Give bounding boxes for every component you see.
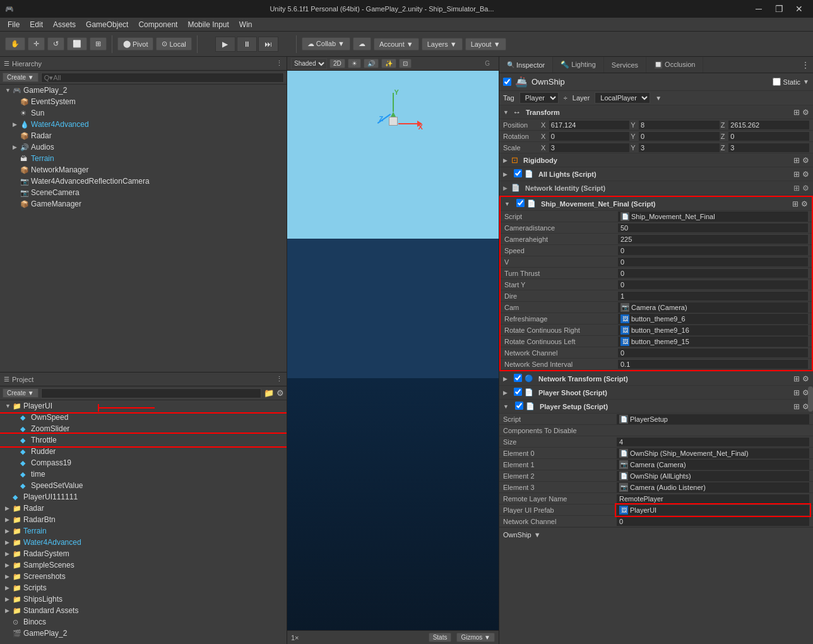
local-button[interactable]: ⊙ Local — [156, 37, 191, 51]
project-item-water4advanced[interactable]: ▶ 📁 Water4Advanced — [0, 537, 287, 548]
hierarchy-item-terrain[interactable]: 🏔 Terrain — [0, 153, 287, 164]
rotation-y-input[interactable] — [639, 132, 720, 141]
alllights-gear[interactable]: ⚙ — [802, 170, 809, 179]
gizmos-button[interactable]: Gizmos ▼ — [456, 633, 495, 642]
project-search-input[interactable] — [41, 388, 261, 398]
rotation-x-input[interactable] — [549, 132, 630, 141]
project-item-samplescenes[interactable]: ▶ 📁 SampleScenes — [0, 559, 287, 571]
project-options[interactable]: ⋮ — [276, 375, 283, 383]
hierarchy-item-water4advanced[interactable]: ▶ 💧 Water4Advanced — [0, 119, 287, 130]
tab-occlusion[interactable]: 🔲 Occlusion — [646, 57, 703, 73]
cloud-button[interactable]: ☁ — [353, 37, 371, 51]
project-item-playerui111111[interactable]: ◆ PlayerUI111111 — [0, 491, 287, 503]
project-item-shipslights[interactable]: ▶ 📁 ShipsLights — [0, 593, 287, 605]
scene-2d-button[interactable]: 2D — [329, 59, 345, 68]
rigidbody-header[interactable]: ▶ ⊡ Rigidbody ⊞ ⚙ — [499, 153, 813, 167]
tab-services[interactable]: Services — [604, 57, 646, 73]
project-item-speedsetvalue[interactable]: ◆ SpeedSetValue — [0, 480, 287, 491]
hierarchy-options[interactable]: ⋮ — [276, 59, 283, 68]
alllights-expand[interactable]: ⊞ — [793, 170, 800, 179]
project-item-playerui[interactable]: ▼ 📁 PlayerUI — [0, 400, 287, 412]
hierarchy-item-radar[interactable]: 📦 Radar — [0, 130, 287, 141]
hierarchy-item-audios[interactable]: ▶ 🔊 Audios — [0, 141, 287, 153]
nt-checkbox[interactable] — [514, 374, 522, 382]
static-dropdown[interactable]: ▼ — [803, 78, 809, 85]
project-item-gameplay2[interactable]: 🎬 GamePlay_2 — [0, 628, 287, 639]
layout-button[interactable]: Layout ▼ — [465, 38, 506, 51]
shipmovement-checkbox[interactable] — [516, 199, 525, 207]
rotate-tool-button[interactable]: ↺ — [47, 37, 64, 51]
rotation-z-input[interactable] — [728, 132, 809, 141]
scene-lighting-button[interactable]: ☀ — [348, 59, 361, 68]
layer-dropdown[interactable]: ▼ — [655, 95, 662, 102]
position-z-input[interactable] — [728, 121, 809, 129]
scale-x-input[interactable] — [549, 143, 630, 152]
layers-button[interactable]: Layers ▼ — [422, 38, 463, 51]
psu-expand[interactable]: ⊞ — [793, 402, 800, 411]
scene-effects-button[interactable]: ✨ — [381, 59, 396, 68]
hierarchy-search-input[interactable] — [41, 73, 284, 83]
transform-header[interactable]: ▼ ↔ Transform ⊞ ⚙ — [499, 105, 813, 119]
networktransform-header[interactable]: ▶ 🔵 Network Transform (Script) ⊞ ⚙ — [499, 372, 813, 386]
ps-checkbox[interactable] — [514, 388, 522, 396]
shipmovement-expand[interactable]: ⊞ — [792, 200, 798, 208]
project-item-binocs[interactable]: ⊙ Binocs — [0, 616, 287, 628]
scale-z-input[interactable] — [728, 143, 809, 152]
project-item-zoomslider[interactable]: ◆ ZoomSlider — [0, 423, 287, 434]
networkidentity-gear[interactable]: ⚙ — [802, 184, 809, 193]
playershoot-header[interactable]: ▶ 📄 Player Shoot (Script) ⊞ ⚙ — [499, 386, 813, 400]
project-item-radar[interactable]: ▶ 📁 Radar — [0, 503, 287, 514]
hierarchy-item-sun[interactable]: ☀ Sun — [0, 107, 287, 119]
step-button[interactable]: ⏭ — [258, 37, 278, 52]
menu-file[interactable]: File — [3, 19, 25, 30]
project-item-rudder[interactable]: ◆ Rudder — [0, 446, 287, 457]
rigidbody-expand[interactable]: ⊞ — [793, 156, 800, 165]
hierarchy-create-button[interactable]: Create ▼ — [3, 73, 39, 82]
collab-button[interactable]: ☁ Collab ▼ — [302, 37, 350, 51]
close-button[interactable]: ✕ — [790, 3, 808, 15]
inspector-more[interactable]: ⋮ — [798, 61, 813, 69]
transform-tool-button[interactable]: ⊞ — [90, 37, 107, 51]
menu-assets[interactable]: Assets — [48, 19, 81, 30]
position-x-input[interactable] — [549, 121, 630, 129]
networkidentity-expand[interactable]: ⊞ — [793, 184, 800, 193]
alllights-header[interactable]: ▶ 📄 All Lights (Script) ⊞ ⚙ — [499, 167, 813, 181]
hierarchy-item-eventsystem[interactable]: 📦 EventSystem — [0, 96, 287, 107]
menu-component[interactable]: Component — [133, 19, 182, 30]
project-create-button[interactable]: Create ▼ — [3, 388, 39, 398]
footer-dropdown[interactable]: ▼ — [534, 531, 541, 539]
scale-y-input[interactable] — [639, 143, 720, 152]
nt-expand[interactable]: ⊞ — [793, 374, 800, 383]
psu-checkbox[interactable] — [515, 402, 523, 410]
project-item-standardassets[interactable]: ▶ 📁 Standard Assets — [0, 605, 287, 616]
hierarchy-root[interactable]: ▼ 🎮 GamePlay_2 — [0, 85, 287, 96]
tab-lighting[interactable]: 🔦 Lighting — [553, 57, 604, 73]
object-active-checkbox[interactable] — [503, 78, 511, 86]
project-item-ownspeed[interactable]: ◆ OwnSpeed — [0, 412, 287, 423]
move-tool-button[interactable]: ✛ — [28, 37, 45, 51]
project-item-time[interactable]: ◆ time — [0, 468, 287, 480]
hand-tool-button[interactable]: ✋ — [5, 37, 25, 51]
rigidbody-gear[interactable]: ⚙ — [802, 156, 809, 165]
scene-draw-mode[interactable]: Shaded — [291, 58, 327, 69]
shipmovement-header[interactable]: ▼ 📄 Ship_Movement_Net_Final (Script) ⊞ ⚙ — [501, 197, 812, 211]
shipmovement-gear[interactable]: ⚙ — [801, 200, 808, 208]
project-item-radarbtn[interactable]: ▶ 📁 RadarBtn — [0, 514, 287, 525]
tag-select[interactable]: Player — [519, 92, 559, 104]
static-checkbox[interactable] — [773, 78, 781, 86]
hierarchy-item-gamemanager[interactable]: 📦 GameManager — [0, 198, 287, 210]
transform-gear-icon[interactable]: ⚙ — [802, 108, 809, 117]
stats-button[interactable]: Stats — [429, 633, 452, 642]
rect-tool-button[interactable]: ⬜ — [67, 37, 87, 51]
play-button[interactable]: ▶ — [215, 37, 235, 52]
menu-win[interactable]: Win — [234, 19, 258, 30]
project-item-throttle[interactable]: ◆ Throttle — [0, 434, 287, 446]
account-button[interactable]: Account ▼ — [374, 38, 419, 51]
project-item-compass19[interactable]: ◆ Compass19 — [0, 457, 287, 468]
menu-gameobject[interactable]: GameObject — [81, 19, 133, 30]
project-item-radarsystem[interactable]: ▶ 📁 RadarSystem — [0, 548, 287, 559]
pivot-button[interactable]: ⬤ Pivot — [117, 37, 153, 51]
scene-audio-button[interactable]: 🔊 — [364, 59, 379, 68]
menu-mobileinput[interactable]: Mobile Input — [182, 19, 234, 30]
ps-expand[interactable]: ⊞ — [793, 388, 800, 397]
